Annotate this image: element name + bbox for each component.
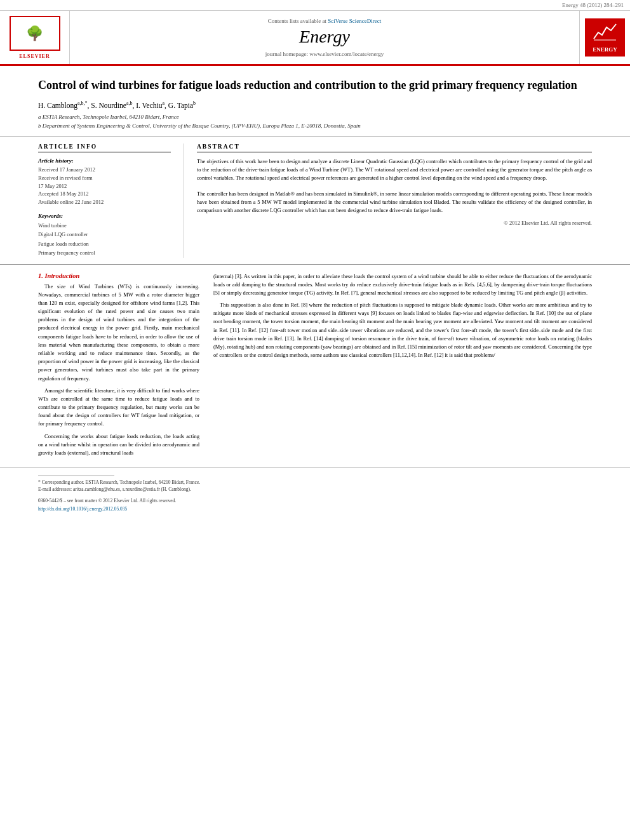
- right-col-para-2: This supposition is also done in Ref. [8…: [213, 301, 592, 359]
- footnote-corresponding: * Corresponding author. ESTIA Research, …: [38, 479, 592, 486]
- received-revised-date: 17 May 2012: [38, 182, 171, 190]
- elsevier-label: ELSEVIER: [10, 53, 60, 59]
- keyword-2: Digital LQG controller: [38, 230, 171, 239]
- elsevier-logo: 🌳 ELSEVIER: [10, 16, 60, 59]
- elsevier-logo-section: 🌳 ELSEVIER: [0, 11, 70, 64]
- article-info-heading: ARTICLE INFO: [38, 143, 171, 152]
- issn-line: 0360-5442/$ – see front matter © 2012 El…: [38, 497, 592, 504]
- received-revised-label: Received in revised form: [38, 174, 171, 182]
- sciverse-link[interactable]: SciVerse ScienceDirect: [328, 18, 381, 24]
- doi-line: http://dx.doi.org/10.1016/j.energy.2012.…: [38, 506, 592, 512]
- available-date: Available online 22 June 2012: [38, 198, 171, 206]
- article-title: Control of wind turbines for fatigue loa…: [38, 77, 592, 93]
- body-left-column: 1. Introduction The size of Wind Turbine…: [38, 272, 210, 461]
- energy-logo-text: ENERGY: [591, 21, 619, 54]
- intro-para-3: Concerning the works about fatigue loads…: [38, 432, 199, 458]
- sciverse-line: Contents lists available at SciVerse Sci…: [268, 18, 382, 24]
- affiliation-b: b Department of Systems Engineering & Co…: [38, 122, 592, 131]
- affiliation-a: a ESTIA Research, Technopole Izarbel, 64…: [38, 113, 592, 122]
- journal-center: Contents lists available at SciVerse Sci…: [70, 11, 579, 64]
- main-body: 1. Introduction The size of Wind Turbine…: [0, 265, 630, 467]
- citation-text: Energy 48 (2012) 284–291: [562, 2, 624, 8]
- copyright-notice: © 2012 Elsevier Ltd. All rights reserved…: [197, 220, 592, 226]
- energy-logo-box: ENERGY: [585, 18, 625, 57]
- journal-title: Energy: [299, 27, 350, 47]
- footnote-email-label: E-mail addresses:: [38, 486, 72, 492]
- article-info-column: ARTICLE INFO Article history: Received 1…: [38, 143, 184, 258]
- section-title: Introduction: [45, 272, 80, 279]
- footnote-star-text: * Corresponding author. ESTIA Research, …: [38, 479, 200, 485]
- keyword-4: Primary frequency control: [38, 248, 171, 257]
- abstract-text-1: The objectives of this work have been to…: [197, 157, 592, 183]
- journal-header: 🌳 ELSEVIER Contents lists available at S…: [0, 11, 630, 66]
- abstract-text-2: The controller has been designed in Matl…: [197, 190, 592, 215]
- footnote-divider: [38, 476, 114, 476]
- history-label: Article history:: [38, 157, 171, 164]
- energy-graph-icon: [591, 21, 619, 43]
- keyword-1: Wind turbine: [38, 221, 171, 230]
- footnote-email-line: E-mail addresses: aritza.camblong@ehu.es…: [38, 486, 592, 493]
- authors-line: H. Camblonga,b,*, S. Nourdinea,b, I. Vec…: [38, 100, 592, 109]
- keywords-label: Keywords:: [38, 213, 171, 219]
- abstract-heading: ABSTRACT: [197, 143, 592, 152]
- author-camblong: H. Camblong: [38, 102, 77, 109]
- received-date: Received 17 January 2012: [38, 166, 171, 174]
- section-number: 1.: [38, 272, 43, 279]
- footer: * Corresponding author. ESTIA Research, …: [0, 467, 630, 517]
- article-title-section: Control of wind turbines for fatigue loa…: [0, 66, 630, 137]
- journal-citation: Energy 48 (2012) 284–291: [0, 0, 630, 11]
- intro-para-2: Amongst the scientific literature, it is…: [38, 387, 199, 429]
- affiliations: a ESTIA Research, Technopole Izarbel, 64…: [38, 113, 592, 130]
- elsevier-logo-box: 🌳: [10, 16, 60, 51]
- tapia-sup: b: [193, 100, 196, 106]
- keyword-3: Fatigue loads reduction: [38, 239, 171, 248]
- energy-logo-section: ENERGY: [579, 11, 630, 64]
- accepted-date: Accepted 18 May 2012: [38, 190, 171, 198]
- info-abstract-section: ARTICLE INFO Article history: Received 1…: [0, 137, 630, 265]
- camblong-sup: a,b,*: [77, 100, 88, 106]
- journal-homepage: journal homepage: www.elsevier.com/locat…: [265, 51, 384, 57]
- right-col-para-1: (internal) [3]. As written in this paper…: [213, 272, 592, 298]
- footnote-email-addresses: aritza.camblong@ehu.es, s.nourdine@estia…: [73, 486, 191, 492]
- body-right-column: (internal) [3]. As written in this paper…: [210, 272, 592, 461]
- introduction-heading: 1. Introduction: [38, 272, 199, 279]
- abstract-column: ABSTRACT The objectives of this work hav…: [184, 143, 592, 258]
- elsevier-tree-icon: 🌳: [26, 25, 43, 42]
- intro-para-1: The size of Wind Turbines (WTs) is conti…: [38, 283, 199, 383]
- energy-text-label: ENERGY: [591, 46, 619, 54]
